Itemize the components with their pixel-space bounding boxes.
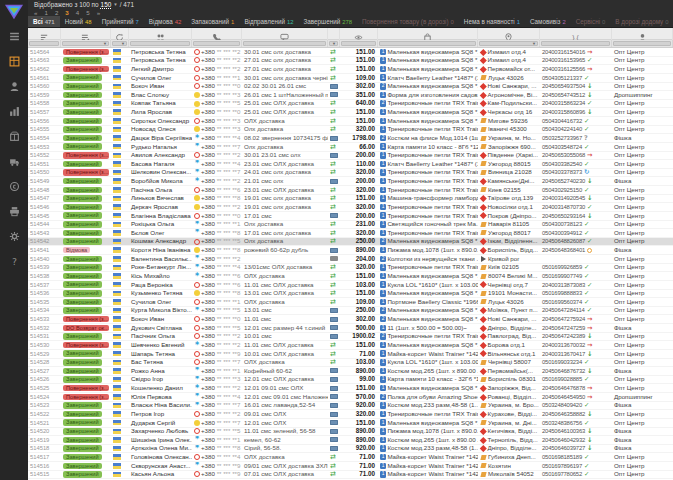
table-row[interactable]: 514531 Завершений Пасічник Ольга +380 **… [28, 333, 673, 342]
table-row[interactable]: 514524 Повернення (з... Юлія Первова *+3… [28, 393, 673, 402]
table-row[interactable]: 514553 Завершений Рудько Наталья *+380 *… [28, 143, 673, 152]
table-row[interactable]: 514557 Завершений Лила Ярослав +380 ** *… [28, 108, 673, 117]
order-comment: 12.01 смс ОЛХ [242, 419, 328, 427]
table-row[interactable]: 514517 Завершений Головінова Олексан... … [28, 453, 673, 462]
table-row[interactable]: 514544 Завершений Рокіцька Ольга *+380 *… [28, 221, 673, 230]
table-row[interactable]: 514522 Завершений Петров Ігор +380 ** **… [28, 410, 673, 419]
filter-comment[interactable] [243, 41, 326, 47]
table-row[interactable]: 514534 Завершений Курта Микола Вікто... … [28, 307, 673, 316]
page-size-dropdown[interactable]: 150 [101, 1, 112, 8]
filter-product[interactable] [379, 41, 476, 47]
table-row[interactable]: 514542 Завершений Кошмак Александр +380 … [28, 238, 673, 247]
table-row[interactable]: 514564 Повернення (з... Петровська Тетян… [28, 48, 673, 57]
table-row[interactable]: 514525 Повернення (з... Кошеленко Данил … [28, 384, 673, 393]
table-row[interactable]: 514540 Завершений Валентина Васильє... *… [28, 255, 673, 264]
ukraine-flag-icon [113, 256, 121, 262]
table-row[interactable]: 514518 Завершений Артюхіна Олена Ми... *… [28, 445, 673, 454]
table-row[interactable]: 514528 Завершений Бас Тетяна +380 ** ***… [28, 359, 673, 368]
tab-В дорозі додому[interactable]: В дорозі додому0 [610, 16, 673, 27]
table-row[interactable]: 514539 Завершений Роке-Бетанкурт Лін... … [28, 264, 673, 273]
ttn-number: 0504305121337 [542, 74, 582, 82]
sidebar-item-clients[interactable] [0, 74, 28, 99]
page-button-2[interactable]: 2 [55, 9, 58, 16]
order-id: 514532 [28, 324, 61, 332]
table-row[interactable]: 514546 Завершений Деркач Ярослав +380 **… [28, 203, 673, 212]
page-button-4[interactable]: 4 [76, 9, 79, 16]
sidebar-item-orders[interactable] [0, 49, 28, 74]
sidebar-item-menu[interactable] [0, 24, 28, 49]
filter-id[interactable] [29, 41, 59, 47]
filter-manager[interactable] [613, 41, 671, 47]
table-row[interactable]: 514515 Завершений Касьян Альона +380 ** … [28, 471, 673, 480]
table-row[interactable]: 514533 Повернення (з... Бокоч Иван +380 … [28, 315, 673, 324]
tab-Нема в наявності[interactable]: Нема в наявності1 [459, 16, 525, 27]
table-row[interactable]: 514529 Завершений Шапарь Тетяна +380 ** … [28, 350, 673, 359]
filter-price[interactable] [341, 41, 376, 47]
first-page-button[interactable]: « [34, 9, 37, 16]
table-row[interactable]: 514558 Завершений Ковпак Татьяна +380 **… [28, 100, 673, 109]
tab-Відправлений[interactable]: Відправлений12 [239, 16, 298, 27]
sidebar-item-products[interactable] [0, 124, 28, 149]
table-row[interactable]: 514527 Завершений Рожко Анна *+380 ** **… [28, 367, 673, 376]
table-row[interactable]: 514549 Завершений Воробйов Микола *+380 … [28, 177, 673, 186]
page-button-1[interactable]: 1 [44, 9, 47, 16]
table-row[interactable]: 514545 Завершений Благінна Владіслава +3… [28, 212, 673, 221]
table-row[interactable]: 514559 Завершений Влас Слотюу +380 ** **… [28, 91, 673, 100]
page-button-5[interactable]: 5 [86, 9, 89, 16]
tab-Запакований[interactable]: Запакований1 [186, 16, 239, 27]
ttn-status-icon: ↓ [587, 83, 592, 91]
tab-Сервісні[interactable]: Сервісні0 [571, 16, 611, 27]
table-row[interactable]: 514556 Завершений Сиротюк Олександр +380… [28, 117, 673, 126]
ukraine-flag-icon [113, 472, 121, 478]
sidebar-item-print[interactable] [0, 199, 28, 224]
sidebar-item-statistics[interactable] [0, 99, 28, 124]
table-row[interactable]: 514538 Завершений Кісь Михайло *+380 ** … [28, 272, 673, 281]
tab-label: Відмова [149, 18, 173, 25]
table-row[interactable]: 514535 Завершений Сучилов Олег +380 ** *… [28, 298, 673, 307]
filter-delivery[interactable]: ▼ [479, 41, 538, 47]
table-row[interactable]: 514560 Завершений Бокоч Иван +380 ** ***… [28, 83, 673, 92]
table-row[interactable]: 514520 Завершений Захарченко Любовь +380… [28, 428, 673, 437]
filter-status[interactable]: ▼ [62, 41, 109, 47]
table-row[interactable]: 514530 Повернення (з... Шевченко Евгений… [28, 341, 673, 350]
last-page-button[interactable]: » [97, 9, 100, 16]
table-row[interactable]: 514550 Повернення (з... Шелковин Олексан… [28, 169, 673, 178]
table-row[interactable]: 514536 Завершений Кузьменко Тетяна +380 … [28, 290, 673, 299]
sidebar-item-payments[interactable] [0, 174, 28, 199]
operator-icon: * [194, 385, 200, 391]
table-row[interactable]: 514526 Завершений Свідро Ігор *+380 ** *… [28, 376, 673, 385]
table-row[interactable]: 514555 Завершений Новосад Олеся +380 ** … [28, 126, 673, 135]
filter-pay[interactable]: ▼ [329, 41, 338, 47]
sidebar-item-help[interactable]: ? [0, 249, 28, 274]
table-row[interactable]: 514516 Завершений Скворунская Анаст... *… [28, 462, 673, 471]
table-row[interactable]: 514547 Завершений Линьков Вячеслав +380 … [28, 195, 673, 204]
table-row[interactable]: 514532 DO Возврат ок... Дукович Світлана… [28, 324, 673, 333]
page-button-3[interactable]: 3 [65, 9, 68, 16]
filter-name[interactable] [130, 41, 190, 47]
table-row[interactable]: 514521 Завершений Дударєв Сергій +380 **… [28, 419, 673, 428]
table-row[interactable]: 514563 Завершений Петровська Тетяна +380… [28, 57, 673, 66]
table-row[interactable]: 514523 Завершений Власюк Ніна Васили... … [28, 402, 673, 411]
filter-phone[interactable] [193, 41, 240, 47]
filter-flag[interactable]: ▼ [112, 41, 127, 47]
sidebar-item-shipments[interactable] [0, 149, 28, 174]
tab-Відмова[interactable]: Відмова42 [144, 16, 186, 27]
tab-Прийнятий[interactable]: Прийнятий7 [97, 16, 144, 27]
tab-Всі[interactable]: Всі471 [28, 16, 60, 27]
tab-Завершений[interactable]: Завершений278 [299, 16, 358, 27]
table-row[interactable]: 514537 Завершений Раца Вероніка +380 ** … [28, 281, 673, 290]
table-row[interactable]: 514562 Повернення (з... Легкий Дмитро +3… [28, 65, 673, 74]
tab-Повернення товару (в дорозі)[interactable]: Повернення товару (в дорозі)0 [357, 16, 459, 27]
table-row[interactable]: 514561 Завершений Сучилов Олег +380 ** *… [28, 74, 673, 83]
tab-Самовивіз[interactable]: Самовивіз2 [525, 16, 571, 27]
sidebar-item-settings[interactable] [0, 224, 28, 249]
table-row[interactable]: 514552 Повернення (з... Авилов Александр… [28, 152, 673, 161]
table-row[interactable]: 514541 Відмова Коротя Ніна Іванівна +380… [28, 246, 673, 255]
table-row[interactable]: 514554 Завершений Дацюк Віра Сергіївна *… [28, 134, 673, 143]
table-row[interactable]: 514548 Завершений Пасічна Ольга +380 ** … [28, 186, 673, 195]
table-row[interactable]: 514543 Завершений Бєлов Олег *+380 ** **… [28, 229, 673, 238]
tab-Новий[interactable]: Новий48 [60, 16, 97, 27]
table-row[interactable]: 514551 Завершений Басова Наталя *+380 **… [28, 160, 673, 169]
filter-ttn[interactable] [541, 41, 610, 47]
table-row[interactable]: 514519 Завершений Шишкіна Ірина Олек... … [28, 436, 673, 445]
